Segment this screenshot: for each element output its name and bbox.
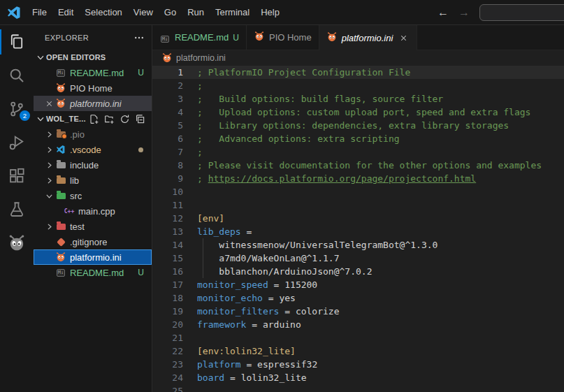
chevron-right-icon[interactable] — [43, 145, 55, 154]
line-number[interactable]: 3 — [152, 92, 183, 106]
line-number[interactable]: 6 — [152, 132, 183, 145]
close-icon[interactable] — [43, 99, 55, 108]
code-line-11[interactable]: 11 — [152, 198, 564, 212]
activity-platformio-icon[interactable] — [0, 226, 34, 260]
code-line-12[interactable]: 12[env] — [152, 212, 564, 225]
code-line-25[interactable]: 25 — [152, 384, 564, 392]
code-line-20[interactable]: 20framework = arduino — [152, 318, 564, 331]
tree-item-include[interactable]: include — [34, 157, 152, 173]
code-line-1[interactable]: 1; PlatformIO Project Configuration File — [152, 66, 564, 79]
collapse-all-icon[interactable] — [133, 112, 146, 125]
code-line-5[interactable]: 5; Library options: dependencies, extra … — [152, 119, 564, 132]
line-number[interactable]: 21 — [152, 331, 183, 344]
code-line-2[interactable]: 2; — [152, 79, 564, 92]
activity-extensions-icon[interactable] — [0, 159, 34, 193]
code-line-8[interactable]: 8; Please visit documentation for the ot… — [152, 159, 564, 172]
line-number[interactable]: 20 — [152, 318, 183, 331]
tree-item-main-cpp[interactable]: C++main.cpp — [34, 203, 152, 219]
command-center-search-box[interactable] — [479, 4, 564, 21]
breadcrumb[interactable]: platformio.ini — [152, 50, 564, 66]
line-number[interactable]: 22 — [152, 344, 183, 358]
close-icon[interactable] — [397, 31, 410, 44]
back-arrow-icon[interactable]: ← — [438, 6, 449, 19]
menu-view[interactable]: View — [128, 4, 159, 20]
code-line-16[interactable]: 16 bblanchon/ArduinoJson@^7.0.2 — [152, 265, 564, 278]
line-number[interactable]: 14 — [152, 238, 183, 252]
activity-testing-icon[interactable] — [0, 193, 34, 226]
open-editor-platformio-ini[interactable]: platformio.ini — [34, 96, 152, 111]
line-number[interactable]: 8 — [152, 159, 183, 172]
line-number[interactable]: 15 — [152, 252, 183, 265]
forward-arrow-icon[interactable]: → — [458, 6, 470, 19]
activity-run-debug-icon[interactable] — [0, 126, 34, 159]
tree-item-src[interactable]: src — [34, 188, 152, 203]
tree-item-platformio-ini[interactable]: platformio.ini — [34, 249, 152, 265]
code-line-22[interactable]: 22[env:lolin32_lite] — [152, 344, 564, 358]
tab-pio-home[interactable]: PIO Home — [247, 25, 319, 50]
tree-item-readme-md[interactable]: M↓README.mdU — [34, 265, 152, 280]
menu-file[interactable]: File — [27, 4, 52, 20]
line-number[interactable]: 10 — [152, 185, 183, 198]
line-number[interactable]: 18 — [152, 291, 183, 305]
line-number[interactable]: 7 — [152, 145, 183, 159]
code-line-6[interactable]: 6; Advanced options: extra scripting — [152, 132, 564, 145]
line-number[interactable]: 1 — [152, 66, 183, 79]
activity-explorer-icon[interactable] — [0, 25, 34, 59]
open-editor-pio-home[interactable]: PIO Home — [34, 80, 152, 96]
code-line-15[interactable]: 15 a7md0/WakeOnLan@^1.1.7 — [152, 252, 564, 265]
code-line-4[interactable]: 4; Upload options: custom upload port, s… — [152, 106, 564, 119]
code-line-3[interactable]: 3; Build options: build flags, source fi… — [152, 92, 564, 106]
code-line-17[interactable]: 17monitor_speed = 115200 — [152, 278, 564, 291]
chevron-right-icon[interactable] — [43, 161, 55, 170]
chevron-right-icon[interactable] — [43, 176, 55, 185]
menu-selection[interactable]: Selection — [79, 4, 127, 20]
line-number[interactable]: 9 — [152, 172, 183, 185]
code-line-21[interactable]: 21 — [152, 331, 564, 344]
code-line-18[interactable]: 18monitor_echo = yes — [152, 291, 564, 305]
line-number[interactable]: 13 — [152, 225, 183, 238]
line-number[interactable]: 24 — [152, 371, 183, 384]
open-editor-readme-md[interactable]: M↓README.mdU — [34, 65, 152, 80]
project-section-header[interactable]: WOL_TE... — [34, 111, 152, 126]
line-number[interactable]: 5 — [152, 119, 183, 132]
open-editors-section-header[interactable]: OPEN EDITORS — [34, 50, 152, 65]
line-number[interactable]: 4 — [152, 106, 183, 119]
line-number[interactable]: 12 — [152, 212, 183, 225]
menu-help[interactable]: Help — [255, 4, 285, 20]
code-line-10[interactable]: 10 — [152, 185, 564, 198]
code-line-19[interactable]: 19monitor_filters = colorize — [152, 305, 564, 318]
code-line-13[interactable]: 13lib_deps = — [152, 225, 564, 238]
menu-go[interactable]: Go — [159, 4, 182, 20]
line-number[interactable]: 23 — [152, 358, 183, 371]
more-actions-icon[interactable] — [132, 31, 146, 45]
tree-item--pio[interactable]: .pio — [34, 126, 152, 142]
line-number[interactable]: 11 — [152, 198, 183, 212]
tab-platformio-ini[interactable]: platformio.ini — [319, 25, 418, 50]
line-number[interactable]: 16 — [152, 265, 183, 278]
activity-source-control-icon[interactable]: 2 — [0, 92, 34, 126]
line-number[interactable]: 2 — [152, 79, 183, 92]
new-file-icon[interactable] — [87, 112, 100, 125]
chevron-right-icon[interactable] — [43, 222, 55, 231]
code-line-9[interactable]: 9; https://docs.platformio.org/page/proj… — [152, 172, 564, 185]
refresh-icon[interactable] — [118, 112, 131, 125]
new-folder-icon[interactable] — [103, 112, 115, 125]
chevron-right-icon[interactable] — [43, 130, 55, 139]
tree-item-lib[interactable]: lib — [34, 173, 152, 188]
chevron-down-icon[interactable] — [43, 191, 55, 201]
activity-search-icon[interactable] — [0, 59, 34, 92]
menu-run[interactable]: Run — [182, 4, 210, 20]
menu-edit[interactable]: Edit — [52, 4, 79, 20]
code-line-14[interactable]: 14 witnessmenow/UniversalTelegramBot@^1.… — [152, 238, 564, 252]
code-line-24[interactable]: 24board = lolin32_lite — [152, 371, 564, 384]
line-number[interactable]: 25 — [152, 384, 183, 392]
code-editor[interactable]: 1; PlatformIO Project Configuration File… — [152, 66, 564, 392]
code-line-7[interactable]: 7; — [152, 145, 564, 159]
line-number[interactable]: 19 — [152, 305, 183, 318]
tab-readme-md[interactable]: M↓README.mdU — [152, 25, 247, 50]
tree-item--gitignore[interactable]: .gitignore — [34, 234, 152, 249]
menu-terminal[interactable]: Terminal — [210, 4, 255, 20]
code-line-23[interactable]: 23platform = espressif32 — [152, 358, 564, 371]
tree-item-test[interactable]: test — [34, 219, 152, 234]
line-number[interactable]: 17 — [152, 278, 183, 291]
